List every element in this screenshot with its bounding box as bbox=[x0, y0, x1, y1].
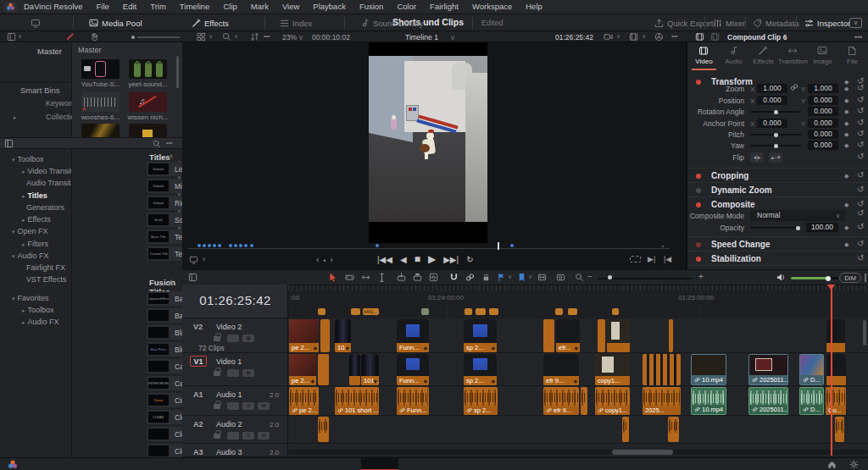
flip-horizontal-button[interactable]: ◂|▸ bbox=[750, 152, 764, 163]
mixer-button[interactable]: Mixer bbox=[713, 14, 745, 31]
blade-edit-mode-icon[interactable] bbox=[377, 273, 387, 282]
keyframe-diamond-icon[interactable]: ◆ bbox=[844, 108, 849, 115]
stop-button[interactable]: ■ bbox=[415, 253, 420, 265]
effects-button[interactable]: Effects bbox=[192, 14, 229, 31]
chevron-down-icon[interactable]: ∨ bbox=[18, 33, 22, 40]
chevron-down-icon[interactable]: ▾ bbox=[12, 253, 15, 259]
step-forward-button[interactable]: ▶▶| bbox=[443, 255, 459, 264]
lock-icon[interactable] bbox=[214, 371, 220, 376]
title-template-item[interactable]: Clean and Simple Head... bbox=[147, 427, 182, 441]
scrollbar[interactable] bbox=[176, 56, 179, 88]
scrubber-marker-dot[interactable] bbox=[208, 244, 211, 247]
goto-out-icon[interactable]: ▶| bbox=[648, 255, 655, 263]
timeline-video-clip[interactable] bbox=[320, 319, 330, 352]
chevron-down-icon[interactable]: ∨ bbox=[209, 33, 213, 40]
timeline-audio-clip[interactable] bbox=[622, 417, 629, 442]
horizontal-scrollbar-thumb[interactable] bbox=[612, 450, 673, 455]
vertical-scrollbar-thumb[interactable] bbox=[863, 320, 866, 346]
inspector-timeline-icon[interactable] bbox=[710, 32, 720, 41]
timeline-video-clip[interactable]: Funn...◆ bbox=[397, 354, 429, 385]
brush-control-icon[interactable] bbox=[65, 32, 75, 41]
loop-button[interactable]: ↻ bbox=[466, 255, 473, 264]
track-id-selected-box[interactable]: V1 bbox=[190, 356, 207, 367]
reset-icon[interactable]: ↺ bbox=[857, 253, 864, 263]
scrubber-marker-dot[interactable] bbox=[234, 244, 237, 247]
tab-audio[interactable]: Audio bbox=[719, 46, 748, 65]
timeline-video-clip[interactable]: efr...◆ bbox=[556, 319, 580, 352]
play-button[interactable]: ▶ bbox=[428, 253, 436, 265]
track-enable-icon[interactable]: ▣ bbox=[242, 369, 254, 377]
zoom-detail-icon[interactable] bbox=[556, 273, 565, 282]
smart-bins-label[interactable]: Smart Bins bbox=[20, 86, 59, 95]
menu-mark[interactable]: Mark bbox=[244, 0, 275, 14]
timeline-timecode[interactable]: 01:26:25:42 bbox=[182, 293, 288, 307]
track-name[interactable]: Audio 2 bbox=[216, 420, 242, 429]
opacity-slider-handle[interactable] bbox=[796, 226, 800, 230]
timeline-audio-clip[interactable] bbox=[318, 417, 329, 442]
param-value-field[interactable]: 0.000 bbox=[808, 107, 838, 116]
track-name[interactable]: Video 2 bbox=[216, 323, 242, 331]
timeline-video-clip[interactable]: Funn...◆ bbox=[397, 319, 429, 352]
menu-fairlight[interactable]: Fairlight bbox=[423, 0, 465, 14]
mute-button[interactable]: M bbox=[258, 402, 270, 410]
timeline-video-clip[interactable] bbox=[826, 319, 845, 352]
scrubber-marker-dot[interactable] bbox=[239, 244, 242, 247]
hand-control-icon[interactable] bbox=[90, 32, 99, 41]
sort-control-icon[interactable] bbox=[250, 32, 259, 41]
title-template-item[interactable]: Call Out bbox=[147, 359, 182, 373]
chevron-right-icon[interactable]: ▸ bbox=[22, 193, 25, 199]
keyframe-diamond-icon[interactable]: ◆ bbox=[844, 131, 849, 138]
auto-select-icon[interactable]: ↔ bbox=[227, 335, 239, 342]
reset-icon[interactable]: ↺ bbox=[857, 129, 864, 138]
dim-button[interactable]: DIM bbox=[839, 273, 861, 283]
tab-transition[interactable]: Transition bbox=[778, 46, 808, 65]
media-clip-thumb[interactable]: ♫ bbox=[129, 92, 167, 112]
x-value-field[interactable]: 0.000 bbox=[757, 96, 787, 105]
timeline-marker[interactable] bbox=[489, 308, 498, 315]
timeline-marker[interactable] bbox=[568, 308, 577, 315]
scrubber-bar[interactable] bbox=[188, 248, 670, 249]
timeline-video-clip[interactable]: sp 2...◆ bbox=[464, 319, 497, 352]
timeline-audio-clip[interactable]: 101 short ... bbox=[335, 387, 379, 415]
zoom-slider-handle[interactable] bbox=[608, 275, 612, 279]
menu-workspace[interactable]: Workspace bbox=[465, 0, 519, 14]
param-slider-handle[interactable] bbox=[774, 144, 778, 148]
search-icon[interactable] bbox=[153, 140, 161, 148]
replace-clip-icon[interactable] bbox=[429, 273, 438, 282]
horizontal-scrollbar[interactable] bbox=[288, 450, 868, 455]
chevron-right-icon[interactable]: ▸ bbox=[22, 307, 25, 313]
scrubber-marker-dot[interactable] bbox=[376, 244, 379, 247]
single-viewer-icon[interactable] bbox=[31, 18, 41, 28]
search-control-icon[interactable] bbox=[222, 32, 231, 41]
zoom-out-button[interactable]: − bbox=[587, 272, 593, 281]
timeline-marker[interactable] bbox=[421, 308, 429, 315]
reset-icon[interactable]: ↺ bbox=[857, 239, 864, 248]
section-enable-dot[interactable] bbox=[696, 242, 701, 247]
title-template-item[interactable]: Clean and Simple Lowe... bbox=[147, 444, 182, 457]
title-template-item[interactable]: Basic TitleText bbox=[147, 229, 182, 244]
collapse-icon[interactable]: ∧ bbox=[169, 278, 174, 285]
panel-control-icon[interactable] bbox=[7, 32, 16, 41]
viewer-zoom-level[interactable]: 23% bbox=[282, 33, 297, 41]
timeline-video-clip[interactable]: D... bbox=[799, 354, 824, 385]
zoom-window-icon[interactable] bbox=[575, 273, 584, 282]
section-enable-dot[interactable] bbox=[696, 80, 701, 85]
menu-view[interactable]: View bbox=[275, 0, 306, 14]
chevron-down-icon[interactable]: ∨ bbox=[202, 256, 206, 263]
sound-library-button[interactable]: Sound Library bbox=[360, 14, 423, 31]
scrubber-marker-dot[interactable] bbox=[213, 244, 216, 247]
track-lane-a2[interactable] bbox=[288, 416, 868, 444]
inspector-clip-icon[interactable] bbox=[695, 32, 704, 41]
timeline-audio-clip[interactable]: D... bbox=[799, 387, 824, 415]
reset-icon[interactable]: ↺ bbox=[857, 95, 864, 104]
bin-master[interactable]: Master bbox=[37, 47, 62, 56]
auto-select-icon[interactable]: ↔ bbox=[227, 369, 239, 377]
reset-icon[interactable]: ↺ bbox=[857, 152, 864, 161]
timeline-video-clip[interactable] bbox=[669, 319, 673, 352]
keyframe-diamond-icon[interactable]: ◆ bbox=[844, 202, 849, 208]
x-value-field[interactable]: 0.000 bbox=[757, 119, 787, 128]
title-template-item[interactable]: SampleRight Lower Third bbox=[147, 196, 182, 210]
scrubber-marker-dot[interactable] bbox=[244, 244, 248, 247]
timeline-video-clip[interactable]: sp 2...◆ bbox=[464, 354, 497, 385]
settings-button[interactable] bbox=[849, 460, 859, 469]
